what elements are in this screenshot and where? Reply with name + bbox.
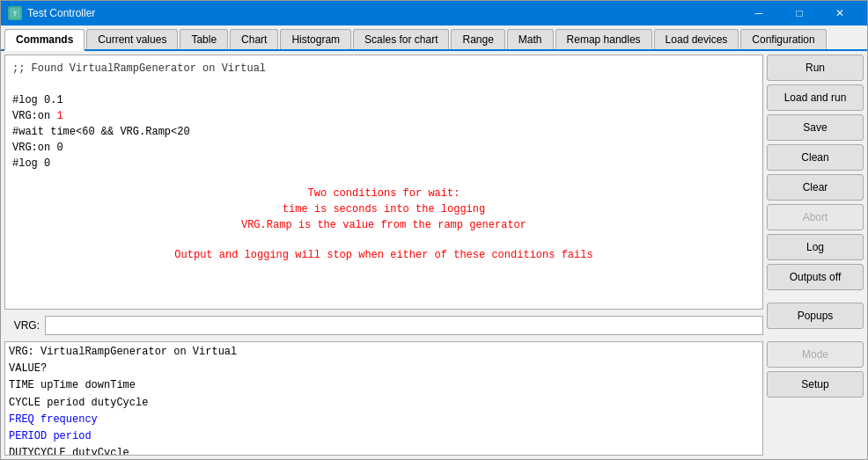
- load-run-button[interactable]: Load and run: [767, 84, 864, 111]
- window-title: Test Controller: [27, 7, 733, 19]
- save-button[interactable]: Save: [767, 114, 864, 141]
- list-item: VRG: VirtualRampGenerator on Virtual: [9, 344, 759, 361]
- tab-histogram[interactable]: Histogram: [280, 29, 351, 49]
- log-button[interactable]: Log: [767, 234, 864, 260]
- tab-commands[interactable]: Commands: [4, 29, 85, 51]
- script-line-2: [12, 77, 755, 92]
- vrg-label: VRG:: [4, 319, 40, 332]
- tab-chart[interactable]: Chart: [230, 29, 278, 49]
- run-button[interactable]: Run: [767, 55, 864, 81]
- setup-button[interactable]: Setup: [767, 371, 864, 398]
- outputs-off-button[interactable]: Outputs off: [767, 264, 864, 290]
- svg-text:T: T: [13, 10, 18, 18]
- tab-load-devices[interactable]: Load devices: [654, 29, 739, 49]
- separator-1: [767, 294, 864, 299]
- popups-button[interactable]: Popups: [767, 303, 864, 329]
- script-comment-4: Output and logging will stop when either…: [12, 247, 755, 263]
- tab-range[interactable]: Range: [451, 29, 504, 49]
- script-line-3: #log 0.1: [12, 92, 755, 108]
- list-item: TIME upTime downTime: [9, 377, 759, 394]
- list-item: VALUE?: [9, 361, 759, 377]
- list-item: FREQ frequency: [9, 412, 759, 428]
- script-line-7: #log 0: [12, 156, 755, 172]
- tab-scales-for-chart[interactable]: Scales for chart: [353, 29, 449, 49]
- abort-button[interactable]: Abort: [767, 204, 864, 230]
- script-area[interactable]: ;; Found VirtualRampGenerator on Virtual…: [4, 55, 763, 310]
- script-comment-3: VRG.Ramp is the value from the ramp gene…: [12, 217, 755, 233]
- mode-button[interactable]: Mode: [767, 341, 864, 368]
- window-controls: ─ □ ✕: [739, 1, 860, 26]
- script-line-5: #wait time<60 && VRG.Ramp<20: [12, 124, 755, 140]
- script-comment-2: time is seconds into the logging: [12, 201, 755, 217]
- vrg-input[interactable]: [45, 316, 763, 335]
- app-icon: T: [8, 6, 22, 20]
- main-content: ;; Found VirtualRampGenerator on Virtual…: [1, 51, 867, 459]
- clean-button[interactable]: Clean: [767, 144, 864, 171]
- tab-bar: Commands Current values Table Chart Hist…: [1, 26, 867, 51]
- tab-remap-handles[interactable]: Remap handles: [555, 29, 652, 49]
- close-button[interactable]: ✕: [820, 1, 860, 26]
- tab-table[interactable]: Table: [180, 29, 228, 49]
- script-line-4: VRG:on 1: [12, 108, 755, 124]
- script-line-6: VRG:on 0: [12, 140, 755, 156]
- minimize-button[interactable]: ─: [739, 1, 779, 26]
- left-panel: ;; Found VirtualRampGenerator on Virtual…: [4, 55, 763, 456]
- vrg-row: VRG:: [4, 313, 763, 338]
- main-window: T Test Controller ─ □ ✕ Commands Current…: [0, 0, 868, 460]
- right-panel: Run Load and run Save Clean Clear Abort …: [767, 55, 864, 456]
- list-item: DUTYCYCLE dutyCycle: [9, 445, 759, 456]
- list-area[interactable]: VRG: VirtualRampGenerator on Virtual VAL…: [4, 341, 763, 456]
- tab-math[interactable]: Math: [507, 29, 554, 49]
- script-comment-1: Two conditions for wait:: [12, 186, 755, 201]
- tab-current-values[interactable]: Current values: [86, 29, 178, 49]
- list-item: CYCLE period dutyCycle: [9, 395, 759, 412]
- script-line-1: ;; Found VirtualRampGenerator on Virtual: [12, 61, 755, 77]
- clear-button[interactable]: Clear: [767, 174, 864, 201]
- list-item: PERIOD period: [9, 428, 759, 445]
- separator-2: [767, 332, 864, 338]
- tab-configuration[interactable]: Configuration: [740, 29, 826, 49]
- title-bar: T Test Controller ─ □ ✕: [1, 1, 867, 26]
- maximize-button[interactable]: □: [779, 1, 820, 26]
